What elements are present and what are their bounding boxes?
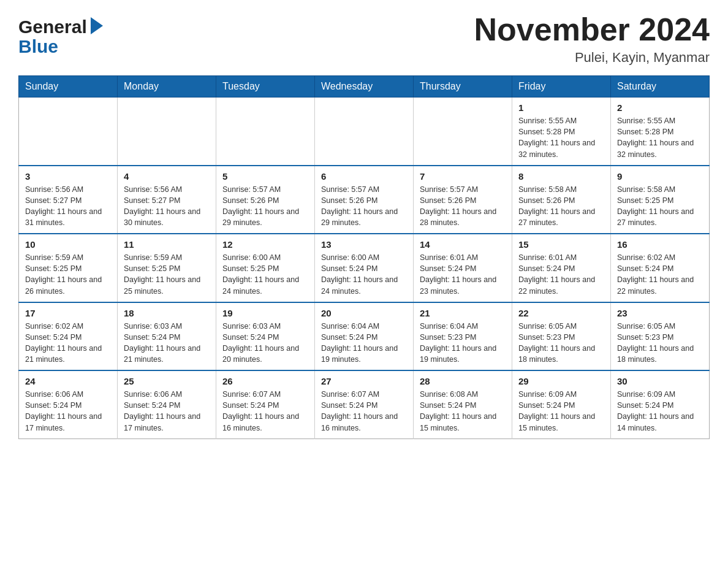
day-number: 14 xyxy=(420,239,506,250)
day-number: 23 xyxy=(617,308,703,318)
weekday-header-row: SundayMondayTuesdayWednesdayThursdayFrid… xyxy=(19,76,710,98)
calendar-cell: 24Sunrise: 6:06 AM Sunset: 5:24 PM Dayli… xyxy=(19,370,118,439)
calendar-row-4: 17Sunrise: 6:02 AM Sunset: 5:24 PM Dayli… xyxy=(19,302,710,371)
day-number: 12 xyxy=(222,239,308,250)
calendar-cell xyxy=(414,98,512,166)
day-info: Sunrise: 6:05 AM Sunset: 5:23 PM Dayligh… xyxy=(518,321,604,366)
calendar-cell: 25Sunrise: 6:06 AM Sunset: 5:24 PM Dayli… xyxy=(118,370,216,439)
day-number: 27 xyxy=(321,376,407,386)
day-number: 17 xyxy=(25,308,111,318)
weekday-header-friday: Friday xyxy=(512,76,611,98)
day-info: Sunrise: 6:08 AM Sunset: 5:24 PM Dayligh… xyxy=(420,389,506,434)
day-number: 25 xyxy=(124,376,210,386)
day-number: 29 xyxy=(518,376,604,386)
day-info: Sunrise: 5:57 AM Sunset: 5:26 PM Dayligh… xyxy=(222,184,308,229)
day-number: 10 xyxy=(25,239,111,250)
day-number: 6 xyxy=(321,171,407,182)
weekday-header-tuesday: Tuesday xyxy=(216,76,315,98)
calendar-cell: 21Sunrise: 6:04 AM Sunset: 5:23 PM Dayli… xyxy=(414,302,512,371)
calendar-cell: 26Sunrise: 6:07 AM Sunset: 5:24 PM Dayli… xyxy=(216,370,315,439)
day-info: Sunrise: 5:58 AM Sunset: 5:26 PM Dayligh… xyxy=(518,184,604,229)
weekday-header-sunday: Sunday xyxy=(19,76,118,98)
day-number: 19 xyxy=(222,308,308,318)
calendar-cell: 22Sunrise: 6:05 AM Sunset: 5:23 PM Dayli… xyxy=(512,302,611,371)
calendar-cell xyxy=(19,98,118,166)
calendar-cell: 7Sunrise: 5:57 AM Sunset: 5:26 PM Daylig… xyxy=(414,166,512,234)
calendar-row-3: 10Sunrise: 5:59 AM Sunset: 5:25 PM Dayli… xyxy=(19,234,710,302)
calendar-cell: 8Sunrise: 5:58 AM Sunset: 5:26 PM Daylig… xyxy=(512,166,611,234)
day-number: 21 xyxy=(420,308,506,318)
location-subtitle: Pulei, Kayin, Myanmar xyxy=(474,50,710,66)
title-area: November 2024 Pulei, Kayin, Myanmar xyxy=(474,12,710,66)
day-info: Sunrise: 5:55 AM Sunset: 5:28 PM Dayligh… xyxy=(617,115,703,160)
day-number: 28 xyxy=(420,376,506,386)
calendar-cell: 14Sunrise: 6:01 AM Sunset: 5:24 PM Dayli… xyxy=(414,234,512,302)
svg-marker-1 xyxy=(91,17,103,34)
calendar-cell: 15Sunrise: 6:01 AM Sunset: 5:24 PM Dayli… xyxy=(512,234,611,302)
day-number: 26 xyxy=(222,376,308,386)
day-number: 13 xyxy=(321,239,407,250)
logo-svg: General Blue xyxy=(18,12,116,56)
calendar-cell: 2Sunrise: 5:55 AM Sunset: 5:28 PM Daylig… xyxy=(611,98,710,166)
calendar-cell: 13Sunrise: 6:00 AM Sunset: 5:24 PM Dayli… xyxy=(315,234,414,302)
day-info: Sunrise: 6:00 AM Sunset: 5:24 PM Dayligh… xyxy=(321,252,407,297)
calendar-cell: 19Sunrise: 6:03 AM Sunset: 5:24 PM Dayli… xyxy=(216,302,315,371)
svg-text:General: General xyxy=(18,17,87,37)
calendar-cell xyxy=(216,98,315,166)
day-info: Sunrise: 5:57 AM Sunset: 5:26 PM Dayligh… xyxy=(420,184,506,229)
day-number: 8 xyxy=(518,171,604,182)
day-info: Sunrise: 6:01 AM Sunset: 5:24 PM Dayligh… xyxy=(420,252,506,297)
calendar-cell xyxy=(118,98,216,166)
day-info: Sunrise: 6:03 AM Sunset: 5:24 PM Dayligh… xyxy=(222,321,308,366)
day-info: Sunrise: 6:00 AM Sunset: 5:25 PM Dayligh… xyxy=(222,252,308,297)
weekday-header-monday: Monday xyxy=(118,76,216,98)
day-number: 20 xyxy=(321,308,407,318)
day-info: Sunrise: 5:56 AM Sunset: 5:27 PM Dayligh… xyxy=(25,184,111,229)
calendar-cell: 1Sunrise: 5:55 AM Sunset: 5:28 PM Daylig… xyxy=(512,98,611,166)
day-info: Sunrise: 6:02 AM Sunset: 5:24 PM Dayligh… xyxy=(25,321,111,366)
calendar-cell: 18Sunrise: 6:03 AM Sunset: 5:24 PM Dayli… xyxy=(118,302,216,371)
day-number: 24 xyxy=(25,376,111,386)
weekday-header-saturday: Saturday xyxy=(611,76,710,98)
calendar-cell: 5Sunrise: 5:57 AM Sunset: 5:26 PM Daylig… xyxy=(216,166,315,234)
day-info: Sunrise: 6:04 AM Sunset: 5:24 PM Dayligh… xyxy=(321,321,407,366)
day-number: 22 xyxy=(518,308,604,318)
day-info: Sunrise: 6:02 AM Sunset: 5:24 PM Dayligh… xyxy=(617,252,703,297)
calendar-table: SundayMondayTuesdayWednesdayThursdayFrid… xyxy=(18,75,710,439)
day-number: 18 xyxy=(124,308,210,318)
day-number: 9 xyxy=(617,171,703,182)
calendar-cell: 16Sunrise: 6:02 AM Sunset: 5:24 PM Dayli… xyxy=(611,234,710,302)
day-number: 11 xyxy=(124,239,210,250)
calendar-cell: 3Sunrise: 5:56 AM Sunset: 5:27 PM Daylig… xyxy=(19,166,118,234)
logo: General Blue xyxy=(18,12,116,56)
calendar-cell: 6Sunrise: 5:57 AM Sunset: 5:26 PM Daylig… xyxy=(315,166,414,234)
day-number: 5 xyxy=(222,171,308,182)
day-info: Sunrise: 6:07 AM Sunset: 5:24 PM Dayligh… xyxy=(321,389,407,434)
calendar-row-5: 24Sunrise: 6:06 AM Sunset: 5:24 PM Dayli… xyxy=(19,370,710,439)
weekday-header-thursday: Thursday xyxy=(414,76,512,98)
day-number: 7 xyxy=(420,171,506,182)
calendar-row-1: 1Sunrise: 5:55 AM Sunset: 5:28 PM Daylig… xyxy=(19,98,710,166)
day-info: Sunrise: 6:01 AM Sunset: 5:24 PM Dayligh… xyxy=(518,252,604,297)
page-header: General Blue November 2024 Pulei, Kayin,… xyxy=(18,12,710,66)
day-info: Sunrise: 5:57 AM Sunset: 5:26 PM Dayligh… xyxy=(321,184,407,229)
day-number: 15 xyxy=(518,239,604,250)
svg-text:Blue: Blue xyxy=(18,36,58,56)
calendar-cell: 23Sunrise: 6:05 AM Sunset: 5:23 PM Dayli… xyxy=(611,302,710,371)
calendar-cell: 20Sunrise: 6:04 AM Sunset: 5:24 PM Dayli… xyxy=(315,302,414,371)
calendar-cell: 9Sunrise: 5:58 AM Sunset: 5:25 PM Daylig… xyxy=(611,166,710,234)
day-number: 16 xyxy=(617,239,703,250)
calendar-cell xyxy=(315,98,414,166)
day-info: Sunrise: 6:09 AM Sunset: 5:24 PM Dayligh… xyxy=(617,389,703,434)
day-info: Sunrise: 6:03 AM Sunset: 5:24 PM Dayligh… xyxy=(124,321,210,366)
day-info: Sunrise: 5:55 AM Sunset: 5:28 PM Dayligh… xyxy=(518,115,604,160)
day-number: 2 xyxy=(617,102,703,113)
calendar-cell: 27Sunrise: 6:07 AM Sunset: 5:24 PM Dayli… xyxy=(315,370,414,439)
weekday-header-wednesday: Wednesday xyxy=(315,76,414,98)
day-info: Sunrise: 5:58 AM Sunset: 5:25 PM Dayligh… xyxy=(617,184,703,229)
day-info: Sunrise: 5:59 AM Sunset: 5:25 PM Dayligh… xyxy=(25,252,111,297)
calendar-cell: 17Sunrise: 6:02 AM Sunset: 5:24 PM Dayli… xyxy=(19,302,118,371)
day-info: Sunrise: 6:05 AM Sunset: 5:23 PM Dayligh… xyxy=(617,321,703,366)
day-number: 4 xyxy=(124,171,210,182)
day-info: Sunrise: 6:04 AM Sunset: 5:23 PM Dayligh… xyxy=(420,321,506,366)
